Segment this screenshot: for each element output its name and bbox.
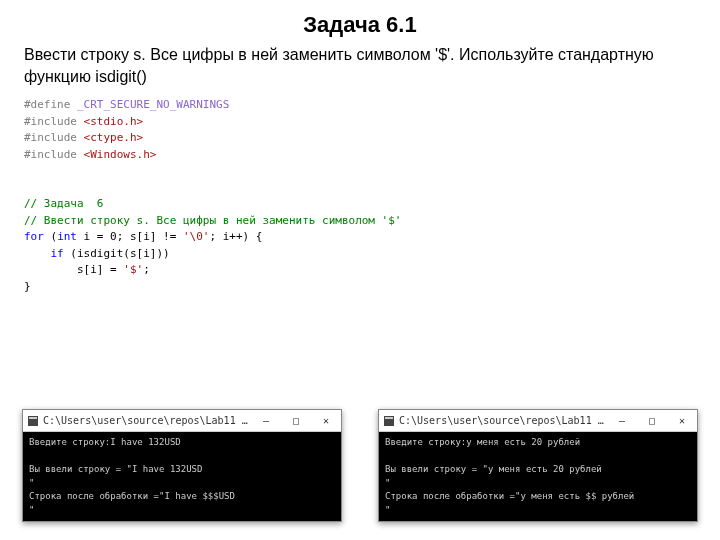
code-comment1: // Задача 6 — [24, 197, 103, 210]
code-brace: } — [24, 280, 31, 293]
minimize-button[interactable]: — — [607, 410, 637, 432]
code-if-cond: (isdigit(s[i])) — [64, 247, 170, 260]
code-include2: #include — [24, 131, 77, 144]
console-window-left: C:\Users\user\source\repos\Lab11_12_2...… — [22, 409, 342, 522]
code-include2-val: <ctype.h> — [84, 131, 144, 144]
titlebar-right: C:\Users\user\source\repos\Lab11_12_2019… — [379, 410, 697, 432]
console-output-left: Введите строку:I have 132USD Вы ввели ст… — [23, 432, 341, 521]
task-title: Задача 6.1 — [0, 0, 720, 38]
task-description: Ввести строку s. Все цифры в ней заменит… — [0, 38, 720, 87]
code-semi: ; — [143, 263, 150, 276]
code-include3: #include — [24, 148, 77, 161]
code-include1-val: <stdio.h> — [84, 115, 144, 128]
app-icon — [27, 415, 39, 427]
minimize-button[interactable]: — — [251, 410, 281, 432]
svg-rect-1 — [29, 417, 37, 419]
code-for: for — [24, 230, 44, 243]
console-output-right: Введите строку:у меня есть 20 рублей Вы … — [379, 432, 697, 521]
code-int: int — [57, 230, 77, 243]
titlebar-left: C:\Users\user\source\repos\Lab11_12_2...… — [23, 410, 341, 432]
code-null: '\0' — [183, 230, 210, 243]
close-button[interactable]: ✕ — [667, 410, 697, 432]
code-comment2: // Ввести строку s. Все цифры в ней заме… — [24, 214, 402, 227]
code-dollar: '$' — [123, 263, 143, 276]
console-path-left: C:\Users\user\source\repos\Lab11_12_2... — [43, 415, 251, 426]
consoles-row: C:\Users\user\source\repos\Lab11_12_2...… — [0, 409, 720, 522]
code-sample: #define _CRT_SECURE_NO_WARNINGS #include… — [0, 87, 720, 295]
app-icon — [383, 415, 395, 427]
svg-rect-3 — [385, 417, 393, 419]
code-include1: #include — [24, 115, 77, 128]
code-include3-val: <Windows.h> — [84, 148, 157, 161]
code-define-val: _CRT_SECURE_NO_WARNINGS — [77, 98, 229, 111]
code-assign: s[i] = — [24, 263, 123, 276]
code-define-kw: #define — [24, 98, 70, 111]
maximize-button[interactable]: □ — [637, 410, 667, 432]
console-path-right: C:\Users\user\source\repos\Lab11_12_2019… — [399, 415, 607, 426]
code-if: if — [51, 247, 64, 260]
code-for-rest: i = 0; s[i] != — [77, 230, 183, 243]
maximize-button[interactable]: □ — [281, 410, 311, 432]
close-button[interactable]: ✕ — [311, 410, 341, 432]
console-window-right: C:\Users\user\source\repos\Lab11_12_2019… — [378, 409, 698, 522]
code-for-tail: ; i++) { — [209, 230, 262, 243]
